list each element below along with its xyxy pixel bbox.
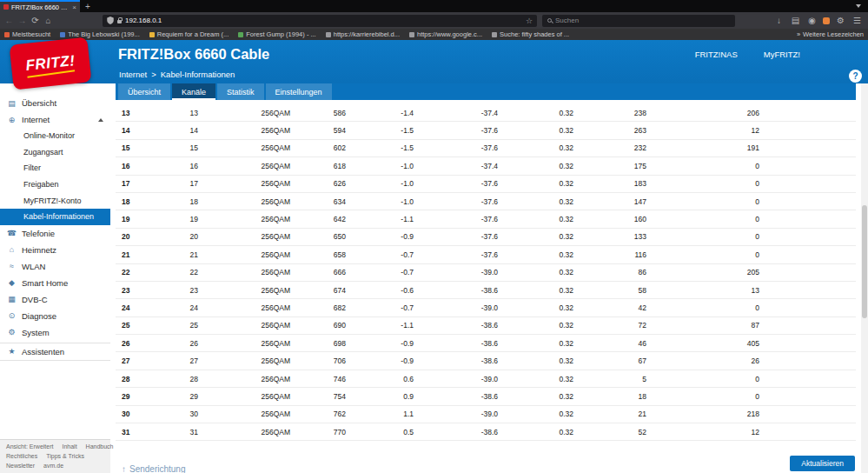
table-cell: 674 [291,286,347,295]
bookmarks-more[interactable]: » Weitere Lesezeichen [797,30,864,38]
help-button[interactable]: ? [849,70,862,83]
table-cell: 0.32 [499,162,574,170]
table-cell: 28 [116,375,152,383]
menu-icon[interactable]: ☰ [851,17,863,25]
content-link[interactable]: Inhalt [62,443,76,450]
sidebar-item-system[interactable]: ⚙ System [0,324,110,341]
overview-icon: ▤ [7,99,17,108]
extension-icon[interactable] [823,17,830,24]
sidebar-item-assistenten[interactable]: ★ Assistenten [0,343,110,360]
phone-icon: ☎ [7,229,17,237]
bookmark-item[interactable]: https://www.google.c... [409,30,482,38]
table-cell: -37.6 [414,250,499,259]
table-row: 1919256QAM642-1.1-37.60.321600 [116,210,856,228]
table-row: 1818256QAM634-1.0-37.60.321470 [116,193,856,210]
sidebar-item-zugangsart[interactable]: Zugangsart [0,144,110,161]
table-cell: 23 [116,286,152,295]
breadcrumb-separator-icon: > [151,70,156,79]
sidebar-item-label: Telefonie [22,229,55,238]
page-scrollbar[interactable] [861,83,868,473]
table-cell: 28 [152,375,199,383]
sidebar-item-internet[interactable]: ⊕ Internet [0,111,110,128]
tips-link[interactable]: Tipps & Tricks [46,453,84,459]
table-cell: 20 [116,232,152,241]
account-icon[interactable]: ◉ [806,17,818,25]
settings-gear-icon[interactable]: ⚙ [835,17,846,25]
bookmark-label: https://karrierebibel.d... [334,30,400,38]
fritznas-link[interactable]: FRITZ!NAS [695,50,738,59]
tab-einstellungen[interactable]: Einstellungen [266,83,332,100]
bookmark-item[interactable]: Forest Gump (1994) - ... [238,30,315,38]
new-tab-button[interactable]: + [80,0,96,12]
bookmarks-list: MeistbesuchtThe Big Lebowski (199...Requ… [4,30,569,38]
table-cell: 256QAM [199,303,291,312]
tab-kanaele[interactable]: Kanäle [172,83,215,100]
manual-link[interactable]: Handbuch [86,443,114,450]
library-icon[interactable]: ▤ [790,17,801,25]
table-cell: -0.9 [347,339,414,348]
sidebar-subitem-label: Zugangsart [23,148,63,157]
bookmark-item[interactable]: Suche: fifty shades of ... [492,30,569,38]
sidebar-item-heimnetz[interactable]: ⌂ Heimnetz [0,242,110,258]
table-cell: 12 [647,126,760,135]
bookmark-item[interactable]: https://karrierebibel.d... [326,30,400,38]
table-cell: -0.6 [347,286,414,295]
view-mode-link[interactable]: Ansicht: Erweitert [6,443,53,450]
legal-link[interactable]: Rechtliches [6,453,37,459]
table-cell: 256QAM [199,321,291,330]
table-cell: 682 [291,303,347,312]
sidebar-item-dvbc[interactable]: ▦ DVB-C [0,291,110,308]
table-cell: 0.32 [499,109,574,117]
sidebar-item-kabel-informationen[interactable]: Kabel-Informationen [0,209,110,225]
table-cell: -39.0 [414,375,499,383]
sidebar-item-uebersicht[interactable]: ▤ Übersicht [0,95,110,111]
table-cell: 22 [152,268,199,276]
back-icon[interactable]: ← [3,17,15,25]
refresh-button[interactable]: Aktualisieren [790,456,855,471]
bookmark-item[interactable]: Requiem for a Dream (... [149,30,229,38]
table-cell: 18 [574,392,647,401]
bookmark-item[interactable]: The Big Lebowski (199... [60,30,140,38]
sidebar-item-myfritz-konto[interactable]: MyFRITZ!-Konto [0,192,110,209]
table-cell: 16 [116,162,152,170]
bookmark-item[interactable]: Meistbesucht [4,30,50,38]
breadcrumb-parent[interactable]: Internet [119,70,147,79]
bookmark-favicon-icon [4,32,10,37]
search-input[interactable]: Suchen [542,15,735,27]
sidebar-footer: Ansicht: Erweitert Inhalt Handbuch Recht… [0,439,110,473]
sidebar-item-telefonie[interactable]: ☎ Telefonie [0,225,110,242]
forward-icon[interactable]: → [17,17,28,25]
bookmark-favicon-icon [238,32,243,37]
sidebar-item-label: Smart Home [22,278,68,288]
fritz-logo[interactable]: FRITZ! [10,37,92,90]
sidebar-item-filter[interactable]: Filter [0,160,110,177]
table-cell: 27 [152,356,199,365]
sidebar-item-freigaben[interactable]: Freigaben [0,177,110,193]
tab-uebersicht[interactable]: Übersicht [118,83,170,100]
tab-statistik[interactable]: Statistik [217,83,264,100]
sidebar-item-smart-home[interactable]: ◆ Smart Home [0,275,110,291]
table-cell: -0.9 [347,232,414,241]
newsletter-link[interactable]: Newsletter [6,463,35,469]
sidebar-item-online-monitor[interactable]: Online-Monitor [0,128,110,144]
main-content: Übersicht Kanäle Statistik Einstellungen… [110,83,861,473]
sidebar-item-wlan[interactable]: ≈ WLAN [0,258,110,275]
table-row: 2626256QAM698-0.9-38.60.3246405 [116,335,856,352]
list-tabs-icon[interactable] [856,4,861,8]
avm-link[interactable]: avm.de [43,463,63,469]
downloads-icon[interactable]: ↓ [773,17,785,25]
tab-close-icon[interactable]: × [72,3,76,11]
bookmark-label: Suche: fifty shades of ... [500,30,569,38]
sidebar-item-diagnose[interactable]: ⊙ Diagnose [0,308,110,324]
table-row: 1414256QAM594-1.5-37.60.3226312 [116,122,856,139]
url-bar[interactable]: 192.168.0.1 ☆ [103,15,537,27]
bookmark-star-icon[interactable]: ☆ [526,17,533,25]
lock-icon [117,20,122,23]
home-icon[interactable]: ⌂ [43,17,54,25]
collapse-caret-icon[interactable] [98,118,103,122]
myfritz-link[interactable]: MyFRITZ! [764,50,800,59]
reload-icon[interactable]: ⟳ [30,17,41,25]
browser-tab[interactable]: FRITZ!Box 6660 Cable × [0,0,80,12]
sidebar-item-label: Internet [22,115,50,124]
scrollbar-thumb[interactable] [862,205,867,318]
